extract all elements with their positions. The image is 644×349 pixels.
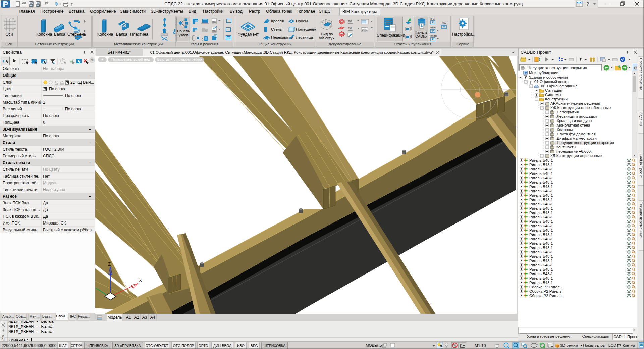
svg-text:Системы: Системы (545, 93, 561, 97)
svg-text:.Перекрытия: .Перекрытия (556, 110, 579, 114)
svg-text:01.Офисный центр: 01.Офисный центр (534, 80, 569, 84)
svg-text:Ригель Б48-1: Ригель Б48-1 (529, 180, 553, 184)
svg-text:+: + (2, 58, 5, 64)
svg-text:Сборка Р2 Ригель: Сборка Р2 Ригель (529, 294, 562, 298)
svg-text:Ригель Б48-1: Ригель Б48-1 (529, 206, 553, 210)
svg-text:250: 250 (348, 27, 352, 29)
svg-text:Вентшахты.: Вентшахты. (556, 145, 577, 149)
svg-text:010: 010 (212, 21, 216, 23)
svg-text:Перекрытие +6.600.: Перекрытие +6.600. (556, 149, 592, 153)
svg-text:Сборка Р2 Ригель: Сборка Р2 Ригель (529, 289, 562, 293)
svg-text:.Крыльца и пандусы: .Крыльца и пандусы (556, 119, 592, 123)
svg-text:Ригель Б48-1: Ригель Б48-1 (529, 246, 553, 250)
svg-text:Ригель Б48-1: Ригель Б48-1 (529, 250, 553, 254)
svg-text:Ригель Б48-1: Ригель Б48-1 (529, 163, 553, 167)
svg-text:Ригель Б48-1: Ригель Б48-1 (529, 189, 553, 193)
svg-text:.Монолитная стена: .Монолитная стена (556, 123, 590, 127)
svg-text:Ригель Б48-1: Ригель Б48-1 (529, 228, 553, 232)
svg-text:Ригель Б48-1: Ригель Б48-1 (529, 219, 553, 223)
svg-text:Ригель Б48-1: Ригель Б48-1 (529, 281, 553, 285)
svg-text:КЖ.Конструкции железобетонные: КЖ.Конструкции железобетонные (550, 106, 611, 110)
svg-text:Сборка Р2 Ригель: Сборка Р2 Ригель (529, 285, 562, 289)
svg-text:.Лестницы и площадки: .Лестницы и площадки (556, 114, 597, 118)
svg-text:АР.Архитектурные решения: АР.Архитектурные решения (550, 101, 600, 105)
svg-text:Ригель Б48-1: Ригель Б48-1 (529, 185, 553, 189)
svg-text:IFC: IFC (430, 17, 435, 20)
svg-text:Ригель Б48-1: Ригель Б48-1 (529, 167, 553, 171)
svg-text:КД.Конструкции деревянные: КД.Конструкции деревянные (550, 154, 602, 158)
svg-text:Ригель Б48-1: Ригель Б48-1 (529, 193, 553, 197)
svg-text:?: ? (586, 1, 589, 7)
svg-text:s: s (202, 39, 203, 42)
svg-text:Ригель Б48-1: Ригель Б48-1 (529, 237, 553, 241)
svg-text:Ригель Б48-1: Ригель Б48-1 (529, 202, 553, 206)
svg-text:001.Офисное здание: 001.Офисное здание (540, 84, 578, 88)
svg-text:Ригель Б48-1: Ригель Б48-1 (529, 211, 553, 215)
svg-text:Ригель Б48-1: Ригель Б48-1 (529, 259, 553, 263)
svg-text:Ригель Б48-1: Ригель Б48-1 (529, 267, 553, 271)
svg-text:Ригель Б48-1: Ригель Б48-1 (529, 272, 553, 276)
svg-text:Z: Z (108, 261, 111, 267)
svg-text:Здания и сооружения: Здания и сооружения (529, 75, 568, 79)
svg-text:SCAD: SCAD (430, 35, 437, 37)
svg-text:DWG: DWG (362, 29, 368, 31)
svg-text:=: = (582, 58, 584, 61)
svg-text:NW: NW (442, 22, 446, 25)
svg-text:Ригель Б48-1: Ригель Б48-1 (529, 198, 553, 202)
svg-text:Ригель Б48-1: Ригель Б48-1 (529, 171, 553, 176)
svg-text:Ригель Б48-1: Ригель Б48-1 (529, 254, 553, 258)
svg-text:Ситуация: Ситуация (545, 88, 562, 92)
svg-text:Ригель Б48-1: Ригель Б48-1 (529, 241, 553, 245)
svg-text:Конструкции: Конструкции (545, 97, 568, 101)
svg-text:.Плита фундаментная: .Плита фундаментная (556, 132, 596, 136)
svg-text:Ригель Б48-1: Ригель Б48-1 (529, 224, 553, 228)
svg-text:Ригель Б48-1: Ригель Б48-1 (529, 233, 553, 237)
svg-text:010: 010 (212, 30, 216, 32)
svg-text:Ригель Б48-1: Ригель Б48-1 (529, 215, 553, 219)
svg-text:PDF: PDF (430, 26, 436, 29)
svg-text:Ригель Б48-1: Ригель Б48-1 (529, 176, 553, 180)
svg-text:Мои публикации: Мои публикации (529, 71, 558, 75)
svg-text:Ригель Б48-1: Ригель Б48-1 (529, 263, 553, 267)
svg-text:.Диафрагма жесткости: .Диафрагма жесткости (556, 136, 597, 140)
svg-text:X: X (139, 278, 142, 283)
svg-text:.Несущие конструкции покрытия: .Несущие конструкции покрытия (556, 141, 614, 145)
svg-text:Ригель Б48-1: Ригель Б48-1 (529, 276, 553, 280)
svg-text:Ригель Б48-1: Ригель Б48-1 (529, 158, 553, 162)
svg-text:.Колонны: .Колонны (556, 128, 573, 132)
